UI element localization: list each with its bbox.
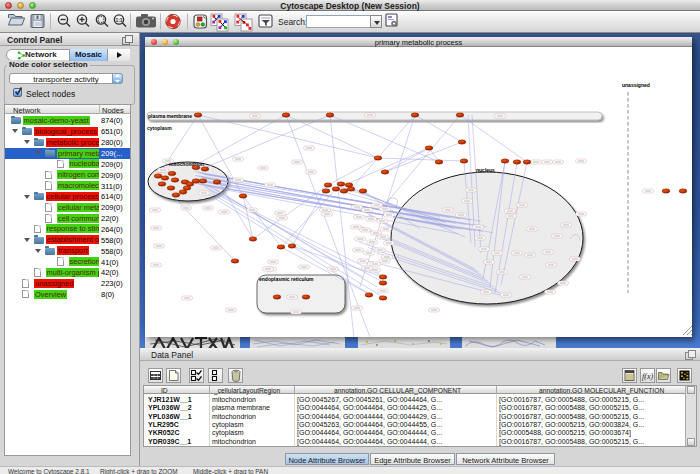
svg-text:endoplasmic reticulum: endoplasmic reticulum xyxy=(259,276,314,282)
svg-text:f(x): f(x) xyxy=(642,372,653,381)
svg-text:1:1: 1:1 xyxy=(115,17,122,23)
svg-text:unassigned: unassigned xyxy=(622,82,650,88)
svg-text:plasma membrane: plasma membrane xyxy=(148,113,192,119)
svg-text:cytoplasm: cytoplasm xyxy=(147,125,172,131)
svg-text:nucleus: nucleus xyxy=(476,167,495,173)
